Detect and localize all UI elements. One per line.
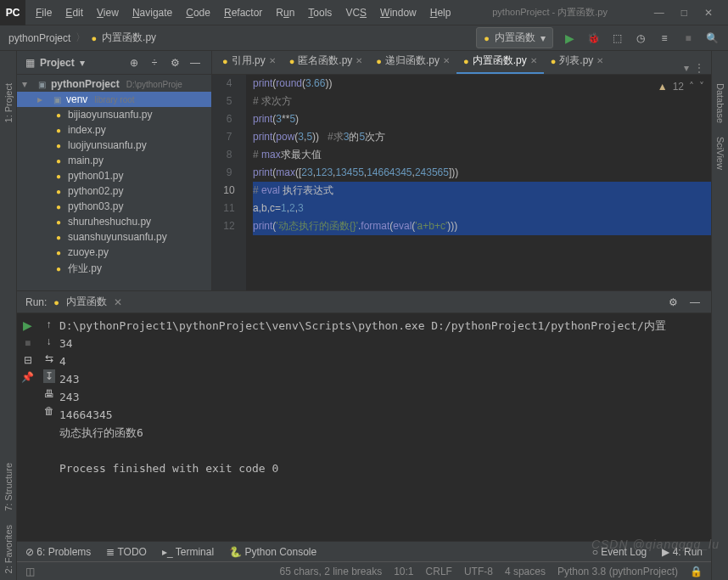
tree-file[interactable]: ●luojiyunsuanfu.py: [17, 138, 211, 153]
menu-help[interactable]: Help: [425, 3, 456, 22]
window-min-icon[interactable]: —: [654, 7, 664, 19]
tree-venv-hint: library root: [94, 95, 134, 104]
status-caret[interactable]: 10:1: [394, 566, 413, 577]
window-max-icon[interactable]: □: [681, 7, 687, 19]
toolwindows-icon[interactable]: ◫: [25, 566, 35, 577]
collapse-icon[interactable]: ÷: [147, 55, 162, 70]
chevron-up-icon[interactable]: ˄: [689, 78, 694, 96]
run-output[interactable]: D:\pythonProject1\pythonProject\venv\Scr…: [59, 313, 711, 541]
hide-icon[interactable]: —: [188, 55, 203, 70]
sidebar-tab-project[interactable]: 1: Project: [3, 76, 14, 129]
menu-run[interactable]: Run: [271, 3, 300, 22]
code-content[interactable]: print(round(3.66))# 求次方print(3**5)print(…: [246, 75, 711, 290]
search-icon[interactable]: 🔍: [704, 31, 720, 46]
menu-window[interactable]: Window: [375, 3, 422, 22]
run-coverage-icon[interactable]: ⬚: [609, 31, 624, 46]
menu-view[interactable]: View: [92, 3, 124, 22]
editor-tab[interactable]: ●列表.py✕: [544, 51, 611, 74]
tree-file[interactable]: ●shuruheshuchu.py: [17, 214, 211, 229]
python-console-button[interactable]: 🐍 Python Console: [229, 546, 316, 558]
menu-vcs[interactable]: VCS: [340, 3, 372, 22]
chevron-down-icon[interactable]: ▾: [80, 57, 85, 69]
run-config-dropdown[interactable]: ● 内置函数 ▾: [476, 27, 553, 48]
concurrent-icon[interactable]: ≡: [657, 31, 672, 46]
close-icon[interactable]: ✕: [596, 56, 603, 65]
editor-tab[interactable]: ●匿名函数.py✕: [283, 51, 370, 74]
editor-tab[interactable]: ●内置函数.py✕: [456, 51, 544, 74]
pin-icon[interactable]: 📌: [21, 371, 34, 383]
right-toolwindow-bar: Database SciView: [711, 51, 728, 580]
layout-icon[interactable]: ⊟: [24, 354, 32, 366]
lock-icon[interactable]: 🔒: [690, 566, 703, 577]
print-icon[interactable]: 🖶: [44, 388, 54, 400]
close-icon[interactable]: ✕: [269, 56, 276, 65]
breadcrumb-file[interactable]: 内置函数.py: [102, 31, 156, 45]
gear-icon[interactable]: ⚙: [167, 55, 182, 70]
tree-file[interactable]: ●main.py: [17, 153, 211, 168]
rerun-button[interactable]: ▶: [23, 318, 32, 332]
status-indent[interactable]: 4 spaces: [505, 566, 546, 577]
line-gutter[interactable]: 456789101112: [212, 75, 246, 290]
run-panel: Run: ● 内置函数 ✕ ⚙ — ▶ ■ ⊟ 📌 ↑: [17, 290, 711, 541]
tree-root[interactable]: ▾▣ pythonProject D:\pythonProje: [17, 76, 211, 92]
editor-tabs: ●引用.py✕ ●匿名函数.py✕ ●递归函数.py✕ ●内置函数.py✕ ●列…: [212, 51, 711, 75]
chevron-down-icon[interactable]: ▾: [684, 62, 689, 74]
window-close-icon[interactable]: ✕: [704, 7, 713, 19]
locate-icon[interactable]: ⊕: [126, 55, 142, 70]
todo-button[interactable]: ≣ TODO: [106, 546, 147, 558]
close-icon[interactable]: ✕: [443, 56, 450, 65]
python-file-icon: ●: [484, 33, 490, 43]
more-icon[interactable]: ⋮: [694, 62, 704, 74]
chevron-down-icon[interactable]: ˅: [699, 78, 704, 96]
tree-file[interactable]: ●bijiaoyunsuanfu.py: [17, 107, 211, 122]
menu-file[interactable]: File: [31, 3, 57, 22]
tree-file[interactable]: ●python03.py: [17, 199, 211, 214]
sidebar-tab-database[interactable]: Database: [715, 76, 725, 130]
breadcrumb-project[interactable]: pythonProject: [8, 32, 70, 44]
sidebar-tab-sciview[interactable]: SciView: [715, 130, 725, 177]
run-tab-label[interactable]: 内置函数: [66, 295, 107, 309]
tree-file[interactable]: ●python02.py: [17, 183, 211, 199]
menu-code[interactable]: Code: [181, 3, 216, 22]
python-file-icon: ●: [91, 33, 97, 43]
sidebar-tab-favorites[interactable]: 2: Favorites: [3, 518, 14, 580]
stop-button[interactable]: ■: [680, 31, 696, 46]
menu-tools[interactable]: Tools: [303, 3, 337, 22]
project-panel-title[interactable]: Project: [40, 57, 75, 69]
hide-icon[interactable]: —: [687, 295, 703, 310]
menu-refactor[interactable]: Refactor: [219, 3, 267, 22]
status-encoding[interactable]: UTF-8: [464, 566, 493, 577]
tree-file[interactable]: ●python01.py: [17, 168, 211, 183]
status-eol[interactable]: CRLF: [426, 566, 452, 577]
up-icon[interactable]: ↑: [47, 318, 52, 330]
status-interpreter[interactable]: Python 3.8 (pythonProject): [557, 566, 678, 577]
profile-icon[interactable]: ◷: [633, 31, 648, 46]
tree-file[interactable]: ●suanshuyunsuanfu.py: [17, 229, 211, 245]
tree-file[interactable]: ●作业.py: [17, 260, 211, 278]
stop-button[interactable]: ■: [25, 337, 31, 349]
editor-tab[interactable]: ●递归函数.py✕: [369, 51, 456, 74]
gear-icon[interactable]: ⚙: [665, 295, 680, 310]
down-icon[interactable]: ↓: [47, 335, 52, 347]
scroll-icon[interactable]: ↧: [43, 369, 55, 383]
run-button[interactable]: ▶: [562, 31, 577, 46]
editor-tab[interactable]: ●引用.py✕: [216, 51, 283, 74]
terminal-button[interactable]: ▸_ Terminal: [162, 546, 214, 558]
close-icon[interactable]: ✕: [530, 56, 537, 65]
menu-navigate[interactable]: Navigate: [127, 3, 177, 22]
editor-body[interactable]: ▲ 12 ˄ ˅ 456789101112 print(round(3.66))…: [212, 75, 711, 290]
tree-file[interactable]: ●zuoye.py: [17, 245, 211, 260]
tree-venv[interactable]: ▸▣ venv library root: [17, 92, 211, 107]
navigation-bar: pythonProject 〉 ● 内置函数.py ● 内置函数 ▾ ▶ 🐞 ⬚…: [0, 25, 728, 51]
problems-button[interactable]: ⊘ 6: Problems: [25, 546, 91, 558]
sidebar-tab-structure[interactable]: 7: Structure: [3, 456, 14, 518]
tree-file[interactable]: ●index.py: [17, 122, 211, 138]
warning-icon[interactable]: ▲: [658, 78, 668, 96]
trash-icon[interactable]: 🗑: [44, 405, 54, 417]
debug-button[interactable]: 🐞: [585, 31, 601, 46]
editor-area: ●引用.py✕ ●匿名函数.py✕ ●递归函数.py✕ ●内置函数.py✕ ●列…: [212, 51, 711, 290]
menu-edit[interactable]: Edit: [60, 3, 88, 22]
close-icon[interactable]: ✕: [356, 56, 362, 65]
wrap-icon[interactable]: ⇆: [45, 352, 53, 364]
close-icon[interactable]: ✕: [114, 296, 122, 308]
